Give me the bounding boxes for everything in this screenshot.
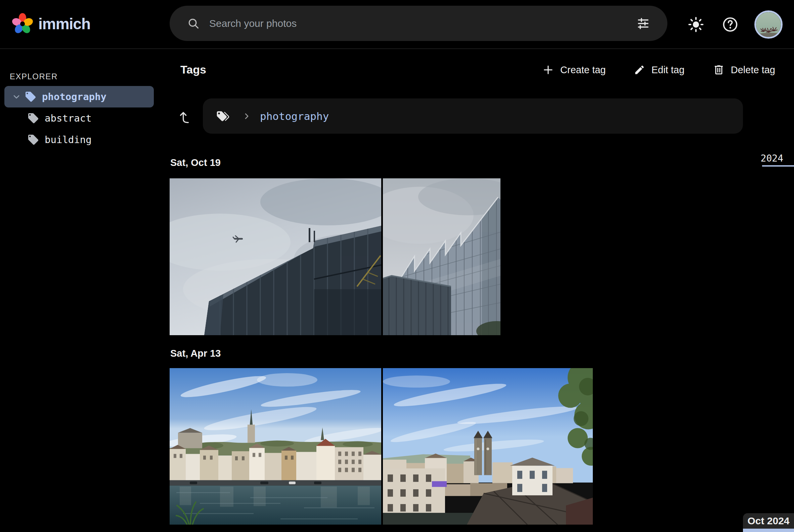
photo-thumbnail[interactable]: [383, 368, 593, 525]
sidebar-item-label: abstract: [45, 113, 92, 124]
create-tag-label: Create tag: [560, 64, 606, 76]
tag-icon: [24, 91, 37, 103]
arrow-up-left-icon: [177, 110, 193, 126]
trash-icon: [713, 64, 725, 76]
sidebar-item-photography[interactable]: photography: [4, 86, 154, 108]
scrubber-month-label: Oct 2024: [743, 513, 794, 529]
navigate-up-button[interactable]: [174, 107, 196, 128]
search-filter-button[interactable]: [634, 14, 653, 33]
sidebar: EXPLORER photography abstract: [0, 50, 170, 532]
search-icon: [187, 17, 200, 30]
tag-icon: [27, 134, 39, 146]
sun-icon: [688, 17, 704, 33]
page-title: Tags: [181, 63, 206, 76]
edit-tag-label: Edit tag: [651, 64, 684, 76]
date-group-header: Sat, Oct 19: [170, 157, 221, 168]
chevron-down-icon: [12, 92, 21, 101]
create-tag-button[interactable]: Create tag: [537, 60, 610, 79]
immich-logo[interactable]: immich: [12, 13, 90, 35]
edit-tag-button[interactable]: Edit tag: [629, 61, 689, 79]
photo-grossmuenster: [383, 368, 593, 525]
sidebar-item-building[interactable]: building: [4, 129, 154, 150]
timeline-scrubber-handle[interactable]: Oct 2024: [743, 513, 794, 532]
immich-app: immich: [0, 0, 794, 532]
tune-icon: [636, 17, 650, 31]
chevron-right-icon: [242, 112, 251, 121]
photo-thumbnail[interactable]: [170, 178, 381, 335]
topbar: immich: [0, 0, 794, 49]
tag-actions: Create tag Edit tag Delete tag: [537, 60, 780, 79]
photo-plane-building: [170, 178, 381, 335]
tag-tree: photography abstract building: [0, 86, 170, 150]
search-input[interactable]: [209, 18, 634, 29]
photo-thumbnail[interactable]: [383, 178, 500, 335]
breadcrumb: photography: [203, 98, 743, 134]
search-bar: [170, 6, 667, 41]
sidebar-item-label: building: [45, 134, 92, 146]
avatar-photo: [756, 12, 781, 37]
sidebar-item-abstract[interactable]: abstract: [4, 108, 154, 129]
help-icon: [722, 16, 739, 33]
photo-riverfront: [170, 368, 381, 525]
photo-thumbnail[interactable]: [170, 368, 381, 525]
sidebar-item-label: photography: [42, 91, 107, 102]
breadcrumb-current-tag[interactable]: photography: [260, 110, 329, 122]
plus-icon: [542, 64, 554, 76]
immich-flower-icon: [12, 13, 34, 35]
date-group-header: Sat, Apr 13: [170, 348, 221, 359]
tag-icon: [27, 112, 39, 124]
user-avatar[interactable]: [754, 11, 782, 39]
help-button[interactable]: [720, 15, 740, 35]
scrubber-year-tick: [762, 165, 794, 167]
scrubber-year-label: 2024: [761, 153, 783, 164]
explorer-section-label: EXPLORER: [10, 72, 58, 81]
topbar-right: [686, 0, 782, 49]
photo-sawtooth-building: [383, 178, 500, 335]
pencil-icon: [634, 64, 645, 76]
app-title: immich: [38, 15, 90, 33]
delete-tag-button[interactable]: Delete tag: [708, 60, 780, 79]
theme-toggle-button[interactable]: [686, 15, 706, 35]
scrubber-position-line: [743, 529, 794, 532]
timeline-scrubber[interactable]: 2024: [740, 153, 794, 168]
tags-icon: [215, 109, 230, 124]
delete-tag-label: Delete tag: [731, 64, 775, 76]
